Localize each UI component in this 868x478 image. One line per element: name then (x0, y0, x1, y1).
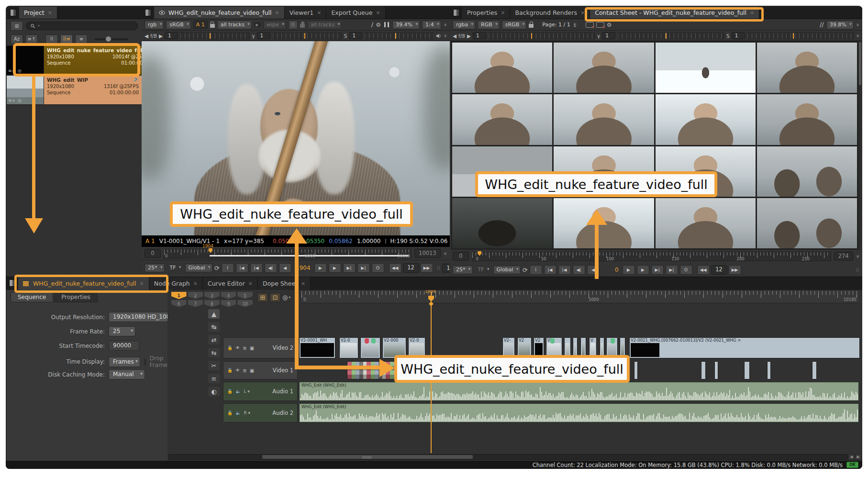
eye-icon[interactable]: 👁 (235, 345, 240, 350)
subtab-properties[interactable]: Properties (54, 292, 98, 302)
loop-icon[interactable]: ⟳ (523, 267, 528, 274)
in-frame-box[interactable]: 0 (145, 249, 161, 258)
step-forward-button[interactable]: ▶ (329, 263, 341, 273)
channel-select[interactable]: R ▾ (244, 411, 250, 415)
collapse-chevrons-icon[interactable]: » (443, 23, 447, 26)
skip-back-button[interactable]: ◀◀ (697, 265, 710, 275)
step-forward-button[interactable]: ▶| (357, 263, 370, 273)
colorspace-select[interactable]: sRGB (502, 21, 526, 29)
track-header-audio-2[interactable]: 🔓🔈R ▾Audio 2 (223, 403, 298, 422)
viewer-frame-ruler[interactable]: 1904 0 5000 10013 (164, 249, 412, 258)
timeline-ruler[interactable]: 0 5000 10185 (301, 291, 858, 303)
audio-clip[interactable]: WHG_Edit (WHG_Edit) (299, 403, 859, 422)
thumbnail-view-button[interactable]: ⊡ (270, 293, 280, 302)
saturation-slider[interactable] (747, 33, 854, 39)
project-item[interactable]: ≡+◎WHG_edit_WIP🔈1920x10801316f @25FPSSeq… (7, 76, 142, 105)
collapse-chevrons-icon[interactable]: » (855, 255, 860, 258)
scroll-left-button[interactable]: ◀ (848, 454, 855, 460)
multi-tool-button[interactable]: ▲ (208, 309, 220, 319)
zoom-select[interactable]: 39.8% (826, 21, 854, 29)
slider-notch[interactable] (210, 33, 211, 39)
contact-sheet-thumbnail[interactable] (656, 198, 756, 248)
skip-forward-button[interactable]: ▶▶ (729, 265, 741, 275)
marker-badge-10[interactable]: 10 (237, 300, 253, 307)
timeline-clip[interactable] (812, 361, 817, 379)
view-list-button[interactable]: ≡ (75, 34, 88, 44)
marker-badge-8[interactable]: 8 (204, 300, 220, 307)
roi-icon[interactable]: ∕ (371, 21, 373, 28)
project-poster-mode-button[interactable]: ⊞ (11, 21, 23, 31)
guides-icon[interactable]: ⚙ (376, 22, 381, 28)
sync-view-button[interactable]: ◐ (208, 387, 220, 396)
slider-notch[interactable] (531, 33, 532, 39)
timeline-clip[interactable] (360, 337, 380, 358)
lock-icon[interactable]: 🔓 (227, 345, 233, 350)
razor-tool-button[interactable]: ✂ (208, 361, 220, 370)
field-select[interactable]: 25 (109, 326, 135, 336)
step-back-button[interactable]: ◀| (265, 263, 277, 273)
step-forward-button[interactable]: ▶| (343, 263, 356, 273)
mark-in-button[interactable]: I (530, 265, 542, 275)
marker-badge-4[interactable]: 4 (221, 292, 236, 299)
prev-fstop-icon[interactable]: ◀ (145, 33, 148, 39)
thumbnail-size-slider[interactable] (95, 38, 128, 40)
in-frame-box[interactable]: 0 (453, 252, 469, 261)
contact-sheet-thumbnail[interactable] (452, 43, 552, 93)
fps-select[interactable]: 25* (453, 266, 473, 274)
next-fstop-icon[interactable]: ▶ (467, 33, 471, 39)
speaker-icon[interactable]: 🔈 (235, 389, 241, 394)
channel-select[interactable]: rgba (453, 21, 475, 29)
subtab-sequence[interactable]: Sequence (11, 292, 53, 302)
colorspace-select[interactable]: sRGB (166, 21, 190, 29)
field-select[interactable]: 1920x1080 HD_1080 (109, 312, 167, 322)
slider-notch[interactable] (666, 33, 667, 39)
lock-icon[interactable]: 🔓 (227, 368, 233, 373)
tab-properties[interactable]: Properties× (462, 7, 510, 19)
lock-icon[interactable] (300, 24, 305, 28)
tab-curve-editor[interactable]: Curve Editor× (203, 277, 258, 290)
marker-badge-5[interactable]: 5 (237, 292, 253, 299)
marker-badge-9[interactable]: 9 (221, 300, 236, 307)
marker-badge-6[interactable]: 6 (171, 300, 187, 307)
step-back-button[interactable]: |◀ (250, 263, 263, 273)
channel-select[interactable]: rgb (145, 21, 164, 29)
mark-in-button[interactable]: I (222, 263, 234, 273)
timeline-clip[interactable]: V2-0021_WHG.[007662-010013]/V2 (V2-0021_… (629, 337, 860, 358)
export-flag-icon[interactable]: ⎍ (437, 265, 441, 271)
close-icon[interactable]: × (301, 280, 305, 287)
playback-range-select[interactable]: Global (493, 266, 521, 274)
snapshot-remove-icon[interactable] (596, 22, 604, 28)
input-b-badge[interactable]: B (289, 21, 298, 29)
input-a-badge[interactable]: A 1 (193, 21, 208, 29)
step-forward-button[interactable]: ▶ (637, 265, 649, 275)
contact-frame-ruler[interactable]: 050100150200250 (472, 252, 831, 261)
scroll-right-button[interactable]: ▶ (855, 454, 861, 460)
lock-icon[interactable] (210, 24, 215, 28)
speaker-icon[interactable] (436, 33, 442, 38)
timecode-format-select[interactable]: TF (475, 266, 491, 274)
speaker-icon[interactable]: 🔈 (235, 411, 241, 415)
close-icon[interactable]: × (376, 10, 380, 16)
audio-clip[interactable]: WHG_Edit (WHG_Edit) (299, 382, 859, 401)
playback-range-select[interactable]: Global (185, 264, 212, 272)
slip-tool-button[interactable]: ⇄ (208, 335, 220, 345)
slider-knob[interactable] (105, 36, 111, 42)
timeline-clip[interactable] (714, 361, 718, 379)
tab-viewer1[interactable]: Viewer1× (285, 7, 327, 19)
marker-badge-1[interactable]: 1 (171, 292, 187, 299)
search-input[interactable]: ▾ (26, 22, 138, 30)
wipe-mode-select[interactable]: wipe (263, 21, 286, 29)
out-frame-box[interactable]: 10013 (414, 249, 441, 258)
step-back-button[interactable]: ◀| (573, 265, 585, 275)
contact-sheet-thumbnail[interactable] (656, 43, 756, 93)
contact-sheet-thumbnail[interactable] (452, 198, 552, 248)
view-grid-button[interactable]: ⠿ (45, 34, 58, 44)
marker-badge-3[interactable]: 3 (204, 292, 220, 299)
slider-notch[interactable] (793, 33, 794, 39)
gain-slider[interactable] (488, 33, 595, 39)
tab-export-queue[interactable]: Export Queue× (326, 7, 385, 19)
tracks-b-select[interactable]: all tracks (307, 21, 342, 29)
skip-back-button[interactable]: ◀◀ (389, 263, 401, 273)
step-forward-button[interactable]: O (372, 263, 384, 273)
sort-order-button[interactable]: ≡↑ (25, 34, 38, 44)
